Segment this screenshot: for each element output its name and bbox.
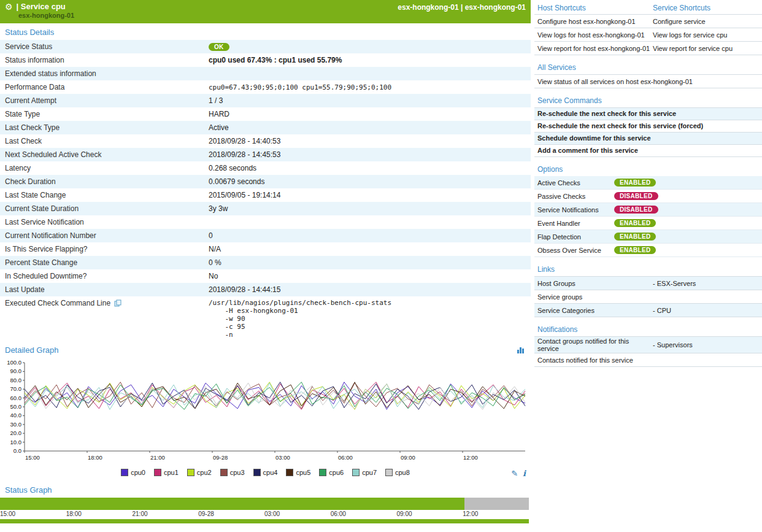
- status-details-heading: Status Details: [0, 23, 531, 40]
- all-services-link[interactable]: View status of all services on host esx-…: [534, 78, 693, 85]
- x-axis-label: 12:00: [463, 511, 478, 517]
- option-row: Passive ChecksDISABLED: [534, 190, 762, 203]
- link-row-value[interactable]: - ESX-Servers: [652, 280, 696, 287]
- shortcut-row: View report for host esx-hongkong-01View…: [534, 42, 762, 55]
- svg-text:80.0: 80.0: [10, 377, 22, 384]
- status-row: Status informationcpu0 used 67.43% : cpu…: [0, 53, 531, 67]
- notifications-heading: Notifications: [534, 325, 762, 334]
- service-shortcut-link[interactable]: Configure service: [652, 18, 706, 25]
- service-shortcut-link[interactable]: View report for service cpu: [652, 45, 733, 52]
- row-label-text: State Type: [5, 110, 40, 118]
- legend-item: cpu5: [286, 469, 310, 476]
- legend-swatch: [286, 469, 293, 476]
- row-label-text: Service Status: [5, 42, 52, 51]
- option-label: Event Handler: [534, 220, 614, 227]
- service-command-link[interactable]: Add a comment for this service: [534, 145, 762, 157]
- row-value: 0 %: [209, 258, 221, 267]
- row-label: Current State Duration: [0, 204, 209, 213]
- option-row: Event HandlerENABLED: [534, 217, 762, 230]
- svg-text:09-28: 09-28: [213, 454, 228, 461]
- row-label: Extended status information: [0, 69, 209, 78]
- page-title: | Service cpu: [17, 2, 66, 11]
- host-shortcut-link[interactable]: View logs for host esx-hongkong-01: [534, 31, 652, 39]
- shortcuts-rows: Configure host esx-hongkong-01Configure …: [534, 15, 762, 55]
- notification-row-label: Contacts notified for this service: [534, 357, 652, 364]
- option-state-badge[interactable]: ENABLED: [614, 219, 656, 227]
- link-row: Host Groups- ESX-Servers: [534, 277, 762, 290]
- series-cpu1: [25, 382, 525, 410]
- svg-text:06:00: 06:00: [338, 454, 353, 461]
- svg-text:70.0: 70.0: [10, 385, 22, 392]
- detailed-graph-svg: 0.010.020.030.040.050.060.070.080.090.01…: [0, 358, 529, 467]
- legend-label: cpu8: [395, 469, 410, 476]
- info-icon[interactable]: i: [523, 469, 526, 478]
- option-label: Passive Checks: [534, 193, 614, 200]
- legend-label: cpu6: [329, 469, 344, 476]
- legend-item: cpu6: [319, 469, 344, 476]
- legend-item: cpu4: [253, 469, 278, 476]
- legend-swatch: [352, 469, 360, 476]
- row-label: Check Duration: [0, 177, 209, 186]
- status-ok-badge: OK: [209, 43, 229, 51]
- legend-label: cpu7: [362, 469, 377, 476]
- notifications-rows: Contact groups notified for this service…: [534, 336, 762, 367]
- legend-swatch: [253, 469, 261, 476]
- options-heading: Options: [534, 165, 762, 174]
- status-row: Executed Check Command Line/usr/lib/nagi…: [0, 296, 531, 341]
- link-row: Service groups: [534, 290, 762, 304]
- row-label-text: Executed Check Command Line: [5, 299, 110, 307]
- x-axis-label: 06:00: [331, 511, 346, 517]
- service-shortcut-link[interactable]: View logs for service cpu: [652, 31, 727, 39]
- svg-text:10.0: 10.0: [10, 439, 22, 445]
- x-axis-label: 09-28: [198, 511, 214, 517]
- option-row: Service NotificationsDISABLED: [534, 203, 762, 217]
- gear-icon[interactable]: ⚙: [5, 2, 13, 11]
- legend-label: cpu2: [197, 469, 212, 476]
- notification-row-value[interactable]: - Supervisors: [652, 341, 693, 349]
- copy-icon[interactable]: [114, 299, 121, 307]
- status-graph-heading: Status Graph: [0, 481, 531, 498]
- legend-label: cpu3: [230, 469, 245, 476]
- main-panel: ⚙ | Service cpu esx-hongkong-01 esx-hong…: [0, 0, 531, 523]
- status-row: State TypeHARD: [0, 107, 531, 121]
- option-state-badge[interactable]: ENABLED: [614, 233, 656, 241]
- service-command-link[interactable]: Schedule downtime for this service: [534, 133, 762, 145]
- shortcut-row: Configure host esx-hongkong-01Configure …: [534, 15, 762, 28]
- option-row: Flap DetectionENABLED: [534, 230, 762, 244]
- legend-swatch: [319, 469, 326, 476]
- option-state-badge[interactable]: DISABLED: [614, 206, 658, 214]
- legend-item: cpu1: [154, 469, 179, 476]
- link-row-value[interactable]: - CPU: [652, 307, 671, 314]
- option-state-badge[interactable]: DISABLED: [614, 192, 658, 200]
- host-shortcut-link[interactable]: Configure host esx-hongkong-01: [534, 18, 652, 25]
- bar-chart-icon[interactable]: [517, 346, 525, 354]
- links-rows: Host Groups- ESX-ServersService groupsSe…: [534, 276, 762, 317]
- row-label-text: Last Check: [5, 137, 42, 145]
- notification-row: Contact groups notified for this service…: [534, 337, 762, 353]
- status-graph-bar: [0, 498, 529, 510]
- svg-text:12:00: 12:00: [463, 454, 478, 461]
- service-command-link[interactable]: Re-schedule the next check for this serv…: [534, 120, 762, 133]
- all-services-heading: All Services: [534, 63, 762, 72]
- edit-graph-icon[interactable]: ✎: [511, 469, 518, 478]
- option-row: Active ChecksENABLED: [534, 176, 762, 190]
- status-row: Service StatusOK: [0, 40, 531, 53]
- row-value: 2018/09/28 - 14:45:53: [209, 150, 280, 159]
- row-label-text: Last State Change: [5, 191, 66, 199]
- host-subtitle: esx-hongkong-01: [0, 12, 531, 19]
- option-state-badge[interactable]: ENABLED: [614, 246, 656, 254]
- x-axis-label: 03:00: [264, 511, 280, 517]
- legend-swatch: [154, 469, 161, 476]
- row-value: cpu0 used 67.43% : cpu1 used 55.79%: [209, 56, 342, 64]
- row-label: Last Check: [0, 137, 209, 145]
- link-row-label: Host Groups: [534, 280, 652, 287]
- service-command-link[interactable]: Re-schedule the next check for this serv…: [534, 108, 762, 120]
- option-state-badge[interactable]: ENABLED: [614, 179, 656, 187]
- link-row-label: Service groups: [534, 293, 652, 301]
- legend-swatch: [385, 469, 393, 476]
- legend-item: cpu0: [121, 469, 145, 476]
- row-label-text: Is This Service Flapping?: [5, 245, 88, 253]
- option-label: Service Notifications: [534, 206, 614, 214]
- svg-text:15:00: 15:00: [25, 454, 40, 461]
- host-shortcut-link[interactable]: View report for host esx-hongkong-01: [534, 45, 652, 52]
